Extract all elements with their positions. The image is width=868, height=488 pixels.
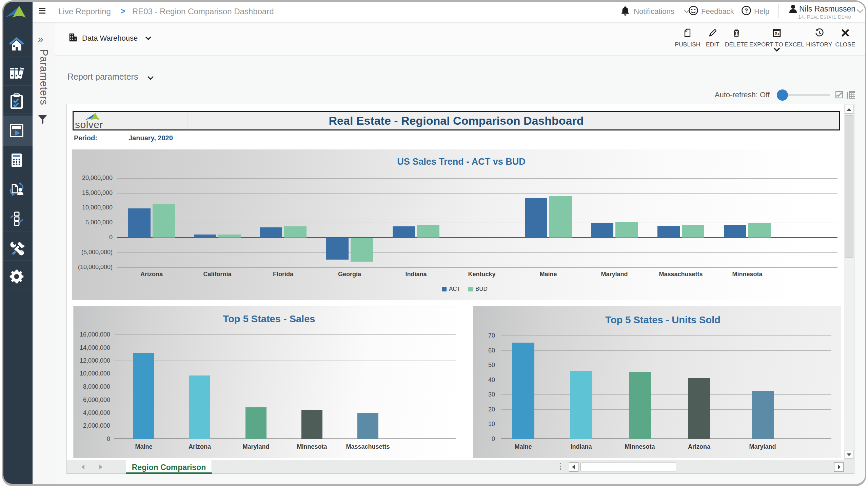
svg-text:X: X (775, 31, 778, 36)
svg-text:?: ? (745, 7, 748, 14)
